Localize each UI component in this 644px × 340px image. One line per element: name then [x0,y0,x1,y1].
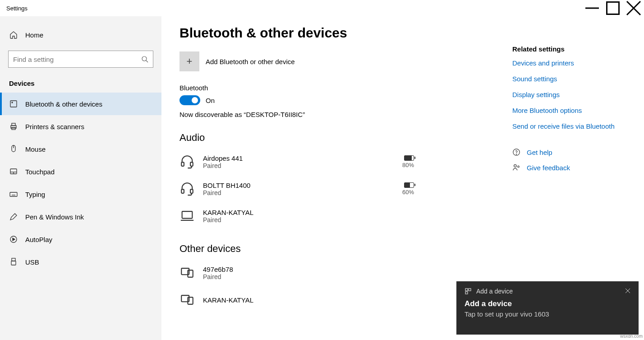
svg-rect-6 [10,101,17,107]
svg-rect-16 [10,192,17,196]
device-row[interactable]: BOLTT BH1400 Paired 60% [179,175,414,202]
svg-point-4 [142,56,147,61]
sidebar-item-label: Pen & Windows Ink [25,213,84,221]
svg-rect-27 [190,189,193,193]
related-settings: Related settings Devices and printers So… [512,45,630,179]
device-name: KARAN-KATYAL [203,296,414,304]
toast-close-button[interactable] [625,288,630,295]
battery-percent: 60% [402,189,414,196]
sidebar-item-touchpad[interactable]: Touchpad [0,160,161,183]
svg-rect-25 [190,162,193,166]
svg-rect-9 [12,123,15,126]
touchpad-icon [9,167,18,176]
pen-icon [9,212,18,221]
maximize-button[interactable] [603,0,623,16]
sidebar-item-label: Touchpad [25,168,55,176]
device-status: Paired [203,216,414,224]
svg-point-35 [516,154,516,154]
get-help-button[interactable]: Get help [512,148,630,156]
svg-rect-38 [465,289,468,291]
device-row[interactable]: Airdopes 441 Paired 80% [179,148,414,175]
svg-rect-26 [181,189,184,193]
svg-point-36 [514,165,516,167]
mouse-icon [9,144,18,154]
battery-percent: 80% [402,162,414,168]
keyboard-icon [9,190,18,199]
close-button[interactable] [623,0,644,16]
svg-rect-24 [181,162,184,166]
minimize-button[interactable] [582,0,603,16]
window-controls [582,0,644,16]
svg-point-37 [518,166,520,168]
watermark: wsxdn.com [620,334,643,339]
device-status: Paired [203,162,394,169]
device-name: BOLTT BH1400 [203,182,394,189]
svg-rect-28 [182,211,193,219]
battery-indicator: 60% [402,182,414,196]
give-feedback-button[interactable]: Give feedback [512,163,630,172]
usb-icon [9,257,18,266]
notification-toast[interactable]: Add a device Add a device Tap to set up … [456,281,639,335]
sidebar-item-pen[interactable]: Pen & Windows Ink [0,205,161,228]
plus-icon: + [179,51,199,71]
toast-app-name: Add a device [476,288,513,295]
sidebar: Home Devices Bluetooth & other devices P… [0,16,161,340]
device-row[interactable]: KARAN-KATYAL [179,286,414,313]
sidebar-section-label: Devices [0,75,161,93]
toast-app-icon [465,288,472,295]
bluetooth-toggle[interactable] [179,95,200,105]
window-title: Settings [0,5,582,12]
home-button[interactable]: Home [0,24,161,45]
printer-icon [9,122,18,131]
link-display-settings[interactable]: Display settings [512,91,630,98]
help-icon [512,148,520,156]
sidebar-item-mouse[interactable]: Mouse [0,138,161,160]
sidebar-item-label: Mouse [25,145,46,153]
feedback-icon [512,163,520,172]
sidebar-item-label: Bluetooth & other devices [25,100,102,108]
svg-rect-39 [469,289,471,291]
generic-device-icon [179,265,195,280]
link-more-bluetooth[interactable]: More Bluetooth options [512,107,630,114]
search-icon [141,56,148,63]
sidebar-item-label: Printers & scanners [25,123,84,130]
device-row[interactable]: 497e6b78 Paired [179,259,414,286]
sidebar-item-printers[interactable]: Printers & scanners [0,115,161,138]
svg-rect-22 [12,258,15,261]
device-name: Airdopes 441 [203,154,394,162]
toast-message: Tap to set up your vivo 1603 [465,310,630,318]
headset-icon [179,154,195,169]
toast-title: Add a device [465,299,630,308]
home-icon [9,30,18,39]
add-device-label: Add Bluetooth or other device [206,58,295,65]
link-sound-settings[interactable]: Sound settings [512,75,630,83]
sidebar-item-autoplay[interactable]: AutoPlay [0,228,161,251]
svg-rect-1 [607,2,619,14]
battery-indicator: 80% [402,155,414,168]
related-heading: Related settings [512,45,630,53]
device-row[interactable]: KARAN-KATYAL Paired [179,202,414,229]
titlebar: Settings [0,0,644,16]
help-label: Get help [527,149,552,156]
bluetooth-devices-icon [9,99,18,108]
headset-icon [179,181,195,196]
device-name: 497e6b78 [203,265,414,273]
sidebar-item-label: Typing [25,191,45,198]
sidebar-item-label: USB [25,258,39,266]
link-devices-printers[interactable]: Devices and printers [512,59,630,67]
link-send-receive-files[interactable]: Send or receive files via Bluetooth [512,122,630,130]
generic-device-icon [179,292,195,307]
sidebar-item-bluetooth[interactable]: Bluetooth & other devices [0,93,161,115]
feedback-label: Give feedback [527,164,570,172]
search-box[interactable] [8,51,153,68]
toggle-state: On [206,97,215,104]
sidebar-item-usb[interactable]: USB [0,251,161,273]
svg-line-5 [146,61,148,62]
page-title: Bluetooth & other devices [179,25,626,41]
svg-rect-40 [465,292,468,294]
laptop-icon [179,208,195,224]
sidebar-item-label: AutoPlay [25,236,52,243]
search-input[interactable] [13,56,141,63]
sidebar-item-typing[interactable]: Typing [0,183,161,205]
home-label: Home [25,31,43,39]
